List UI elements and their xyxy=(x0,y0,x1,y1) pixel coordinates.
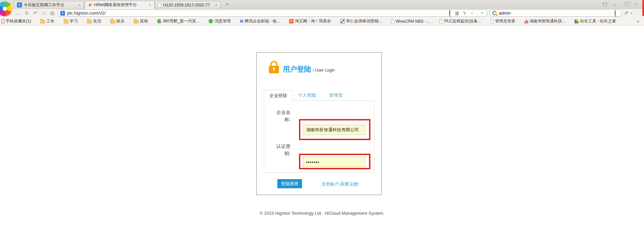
tools-menu-button[interactable]: ▾ xyxy=(624,11,634,16)
login-subtitle: / User Login xyxy=(313,68,335,73)
browser-tab-2-active[interactable]: HiNet网络系统管理平台 × xyxy=(85,1,154,9)
address-bar: ← ↻ ↶ ☆ ⊞ plc.hignton.com/V2/ ▦ ↯ ☆ ▼ ad… xyxy=(0,8,644,17)
page-icon xyxy=(490,19,494,23)
search-go-button[interactable] xyxy=(611,11,619,16)
bookmark-label: 站长工具 - 站长之家 xyxy=(580,18,616,24)
phone-icon xyxy=(1,19,4,23)
bookmark-item[interactable]: 360导航_新一代安... xyxy=(157,18,200,24)
enterprise-name-field[interactable] xyxy=(303,125,365,135)
tab-enterprise-login[interactable]: 企业登陆 xyxy=(264,90,293,101)
undo-closed-tab-button[interactable]: ↶ xyxy=(31,10,40,16)
refresh-button[interactable]: ↻ xyxy=(23,10,31,16)
bookmark-label: 学习 xyxy=(70,18,78,24)
favorites-button[interactable]: ☆ xyxy=(40,10,48,16)
site-safety-icon[interactable] xyxy=(60,11,65,16)
back-button[interactable]: ← xyxy=(14,10,23,16)
divider xyxy=(609,11,610,16)
bookmark-item[interactable]: 管理员登录 xyxy=(490,18,515,24)
bookmark-folder[interactable]: 其他 xyxy=(134,18,148,24)
bookmark-item[interactable]: 淘淘宝网 - 淘！我喜欢 xyxy=(289,18,331,24)
login-header: 用户登陆 / User Login xyxy=(283,64,335,74)
bookmark-label: 其他 xyxy=(140,18,148,24)
browser-tab-3[interactable]: H120-1509-1617-2932-77 × xyxy=(155,1,221,8)
bookmark-label: WiseCRM NBS - ... xyxy=(396,19,431,24)
bookmark-item[interactable]: 单仁合强移动营销... xyxy=(340,18,382,24)
bookmark-label: 单仁合强移动营销... xyxy=(346,18,382,24)
tab-title: HiNet网络系统管理平台 xyxy=(94,2,146,8)
zoom-page-button[interactable] xyxy=(446,11,453,16)
bookmark-folder[interactable]: 娱乐 xyxy=(110,18,125,24)
search-engine-logo-icon[interactable] xyxy=(492,11,497,15)
login-title: 用户登陆 xyxy=(283,64,311,74)
bookmark-label: 娱乐 xyxy=(116,18,125,24)
minimize-button[interactable] xyxy=(610,1,620,7)
folder-icon xyxy=(134,20,138,23)
url-dropdown-button[interactable]: ▼ xyxy=(479,12,485,15)
jin-favicon-icon: 今 xyxy=(17,2,22,7)
tshirt-icon xyxy=(602,2,608,6)
bookmarks-bar: 手机收藏夹(1) 工作 学习 生活 娱乐 其他 360导航_新一代安... 消息… xyxy=(0,17,644,25)
mail-icon: M xyxy=(240,19,243,24)
bookmark-item[interactable]: 手机收藏夹(1) xyxy=(1,18,31,24)
bookmark-label: 工作 xyxy=(46,18,55,24)
wrench-icon xyxy=(624,11,629,16)
speed-mode-button[interactable]: ↯ xyxy=(461,11,468,16)
bookmark-item[interactable]: 站长工具 - 站长之家 xyxy=(575,18,616,24)
browser-window: 今 今目标互联网工作平台 × HiNet网络系统管理平台 × H120-1509… xyxy=(0,0,644,230)
bookmark-item[interactable]: WiseCRM NBS - ... xyxy=(391,19,431,24)
site-thumbnail-icon xyxy=(340,19,345,23)
folder-icon xyxy=(110,20,115,23)
bookmark-folder[interactable]: 工作 xyxy=(40,18,55,24)
bookmark-folder[interactable]: 生活 xyxy=(87,18,101,24)
chevron-down-icon: ▾ xyxy=(629,12,634,15)
magnifier-minus-icon xyxy=(449,10,450,16)
login-submit-button[interactable]: 登陆系统 xyxy=(277,179,302,188)
theme-skin-button[interactable] xyxy=(600,1,610,7)
nav360-icon xyxy=(157,19,162,23)
register-link[interactable]: 没有账户,我要注册! xyxy=(321,181,359,187)
bookmark-label: 管理员登录 xyxy=(495,18,515,24)
restore-button[interactable] xyxy=(621,1,631,7)
lock-icon xyxy=(269,61,279,74)
bookmark-item[interactable]: M腾讯企业邮箱 - 收... xyxy=(240,18,280,24)
tab-personal-login[interactable]: 个人登陆 xyxy=(293,90,321,100)
bookmark-item[interactable]: 湖南华辰智通科技... xyxy=(524,18,565,24)
restore-icon xyxy=(624,3,627,5)
tab-admin-login[interactable]: 管理员 xyxy=(321,90,350,100)
webmaster-tools-icon xyxy=(575,19,579,23)
taobao-icon: 淘 xyxy=(289,19,294,23)
browser-tab-1[interactable]: 今 今目标互联网工作平台 × xyxy=(14,1,84,8)
folder-icon xyxy=(40,20,45,23)
tab-title: 今目标互联网工作平台 xyxy=(24,2,76,8)
new-tab-button[interactable]: + xyxy=(224,1,230,7)
window-controls: × xyxy=(600,1,641,7)
bookmark-item[interactable]: 消息管理 xyxy=(209,18,231,24)
url-input[interactable]: plc.hignton.com/V2/ ▦ ↯ ☆ ▼ xyxy=(58,9,487,17)
login-tabs: 企业登陆 个人登陆 管理员 xyxy=(264,90,350,101)
tab-close-icon[interactable]: × xyxy=(148,3,152,7)
search-query-text[interactable]: admin xyxy=(499,11,511,16)
bookmark-folder[interactable]: 学习 xyxy=(64,18,78,24)
message-icon xyxy=(209,19,213,23)
bookmark-item[interactable]: PLC远程监控|设备... xyxy=(439,18,481,24)
qr-code-button[interactable]: ▦ xyxy=(453,11,461,16)
tab-close-icon[interactable]: × xyxy=(78,3,81,7)
login-panel: 用户登陆 / User Login 企业登陆 个人登陆 管理员 企业名称: 认证… xyxy=(256,52,382,195)
auth-key-field[interactable] xyxy=(303,157,365,167)
url-text[interactable]: plc.hignton.com/V2/ xyxy=(67,11,106,16)
bookmarks-overflow-button[interactable]: » xyxy=(637,19,639,24)
bookmark-label: PLC远程监控|设备... xyxy=(444,18,481,24)
tab-title: H120-1509-1617-2932-77 xyxy=(163,3,212,7)
apps-grid-button[interactable]: ⊞ xyxy=(48,10,57,16)
bar-chart-icon xyxy=(524,19,528,23)
window-close-button[interactable]: × xyxy=(631,1,641,7)
bookmark-page-button[interactable]: ☆ xyxy=(468,11,476,16)
bookmark-label: 湖南华辰智通科技... xyxy=(530,18,565,24)
bookmark-label: 生活 xyxy=(93,18,101,24)
search-input[interactable]: admin xyxy=(490,9,621,17)
bookmark-label: 腾讯企业邮箱 - 收... xyxy=(244,18,280,24)
screen-edge-artifact xyxy=(642,0,644,16)
tab-close-icon[interactable]: × xyxy=(214,3,218,7)
bookmark-label: 360导航_新一代安... xyxy=(163,18,200,24)
copyright-footer: © 2015 Hignton Technology Ltd . HiCloud … xyxy=(0,211,644,216)
